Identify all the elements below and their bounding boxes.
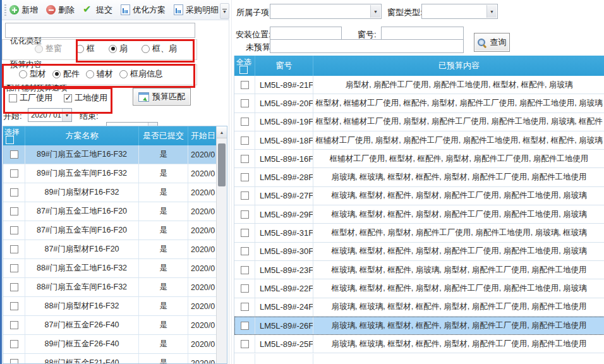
window-row-checkbox[interactable] (241, 191, 249, 200)
header-start-date[interactable]: 开始日期 (188, 126, 217, 145)
panel-splitter[interactable] (229, 0, 229, 364)
plan-row-checkbox[interactable] (10, 302, 18, 310)
header-plan-name[interactable]: 方案名称 (25, 126, 139, 145)
plan-row-checkbox[interactable] (10, 283, 18, 291)
window-row-checkbox[interactable] (241, 303, 249, 311)
plan-table-scrollbar[interactable]: ▲ (216, 126, 227, 363)
window-row[interactable]: LM5L-89#-31F29框型材, 框配件, 扇型材, 扇配件工厂使用, 扇配… (234, 224, 604, 242)
budget-content-radio[interactable] (86, 70, 94, 78)
opt-type-radio[interactable] (109, 45, 117, 53)
plan-row[interactable]: 88#门扇五金工地F16-F32是2020/0 (3, 259, 217, 278)
plan-row-checkbox[interactable] (10, 321, 18, 329)
sub-item-select[interactable]: ▼ (270, 4, 382, 19)
toolbar-grip[interactable] (4, 4, 6, 16)
plan-row-checkbox[interactable] (10, 150, 18, 159)
scrollbar-up-icon[interactable]: ▲ (217, 126, 227, 138)
plan-row[interactable]: 87#门框五金F26-F40是2020/0 (3, 316, 217, 335)
usage-option[interactable]: 工地使用 (64, 92, 107, 104)
plan-row-checkbox[interactable] (10, 207, 18, 215)
window-row[interactable]: LM5L-89#-23F21框玻璃, 框型材, 框配件, 扇玻璃, 扇型材, 扇… (234, 261, 604, 279)
window-row-checkbox[interactable] (241, 210, 249, 219)
window-row-checkbox[interactable] (241, 340, 249, 348)
window-row[interactable]: LM5L-89#-29F27框玻璃, 框型材, 框配件, 扇型材, 扇配件工厂使… (234, 205, 604, 224)
window-row-checkbox[interactable] (241, 322, 249, 330)
plan-row[interactable]: 89#门扇五金工地F16-F32是2020/0 (3, 145, 217, 164)
chevron-down-icon[interactable]: ▼ (486, 5, 497, 18)
plan-row-checkbox[interactable] (10, 188, 18, 197)
plan-row-checkbox[interactable] (10, 226, 18, 234)
budget-content-radio[interactable] (52, 70, 61, 78)
opt-type-radio[interactable] (142, 45, 150, 53)
toolbar-button-add[interactable]: 新增 (9, 4, 38, 16)
toolbar-overflow-button[interactable]: ▼ (220, 3, 229, 19)
window-row-checkbox[interactable] (241, 118, 249, 126)
plan-row[interactable]: 87#门扇型材F16-F20是2020/0 (3, 240, 217, 259)
opt-type-option[interactable]: 框 (76, 43, 95, 54)
window-row[interactable]: LM5L-89#-24F22扇玻璃, 框玻璃, 框型材, 框配件, 扇型材, 扇… (234, 298, 604, 317)
no-budget-input[interactable] (270, 39, 464, 53)
query-button[interactable]: 查询 (474, 33, 510, 52)
usage-checkbox[interactable] (64, 94, 72, 102)
opt-type-radio[interactable] (76, 45, 84, 53)
plan-row-checkbox[interactable] (10, 340, 18, 348)
win-no-input[interactable] (381, 27, 464, 40)
header-win-no[interactable]: 窗号 (255, 56, 313, 76)
toolbar-button-optimize-plan[interactable]: 优化方案 (121, 4, 166, 16)
header-budgeted-content[interactable]: 已预算内容 (313, 56, 604, 76)
window-row[interactable]: LM5L-89#-19F17框型材, 框辅材工厂使用, 扇型材, 扇配件工厂使用… (234, 113, 604, 131)
window-row-checkbox[interactable] (241, 247, 249, 255)
window-row[interactable]: LM5L-89#-20F18框型材, 框辅材工厂使用, 框配件, 扇型材, 扇配… (234, 94, 604, 112)
window-row[interactable]: LM5L-89#-26F24扇玻璃, 框玻璃, 框型材, 框配件, 扇型材, 扇… (234, 317, 604, 335)
budget-content-option[interactable]: 配件 (52, 68, 80, 80)
plan-row[interactable]: 88#门扇五金车间F16-F32是2020/0 (3, 278, 217, 297)
window-row-checkbox[interactable] (241, 284, 249, 293)
plan-row-checkbox[interactable] (10, 359, 18, 364)
budget-content-option[interactable]: 框扇信息 (119, 68, 163, 80)
select-all-windows-checkbox[interactable] (239, 66, 248, 74)
plan-row[interactable]: 87#门扇五金车间F16-F20是2020/0 (3, 221, 217, 240)
opt-type-option[interactable]: 扇 (109, 43, 128, 54)
window-row[interactable]: LM5L-89#-16F15框辅材工厂使用, 框型材, 框配件, 扇型材, 扇配… (234, 150, 604, 168)
window-row-checkbox[interactable] (241, 155, 249, 163)
select-all-plans-checkbox[interactable] (6, 136, 14, 144)
plan-row[interactable]: 89#门扇五金车间F16-F32是2020/0 (3, 164, 217, 183)
plan-row[interactable]: 87#门扇五金工地F16-F20是2020/0 (3, 202, 217, 221)
win-type-select[interactable]: ▼ (421, 4, 498, 19)
window-row[interactable]: LM5L-89#-21F19扇型材, 扇配件工厂使用, 扇配件工地使用, 框型材… (234, 76, 604, 94)
toolbar-button-delete[interactable]: 删除 (46, 4, 75, 16)
window-row[interactable]: LM5L-89#-30F28框玻璃, 框型材, 框配件, 扇型材, 扇配件工厂使… (234, 243, 604, 261)
plan-row[interactable]: 88#门框五金F21-F40是2020/0 (3, 354, 217, 364)
window-row-checkbox[interactable] (241, 136, 249, 145)
chevron-down-icon[interactable]: ▼ (62, 109, 71, 121)
plan-row[interactable]: 89#门扇型材F16-F32是2020/0 (3, 183, 217, 202)
window-row-checkbox[interactable] (241, 81, 249, 89)
budget-content-radio[interactable] (19, 70, 27, 78)
header-submitted[interactable]: 是否已提交 (139, 126, 188, 145)
plan-row[interactable]: 89#门框五金F26-F40是2020/0 (3, 335, 217, 354)
budget-content-option[interactable]: 型材 (19, 68, 46, 80)
window-row-checkbox[interactable] (241, 173, 249, 181)
toolbar-button-submit[interactable]: 提交 (83, 4, 112, 16)
window-row[interactable]: LM5L-89#-25F23扇玻璃, 框玻璃, 框型材, 框配件, 扇型材, 扇… (234, 335, 604, 353)
plan-row[interactable]: 88#门扇型材F16-F32是2020/0 (3, 297, 217, 316)
install-pos-input[interactable] (270, 27, 342, 40)
usage-checkbox[interactable] (9, 94, 17, 102)
opt-type-option[interactable]: 整窗 (35, 43, 62, 54)
budget-content-radio[interactable] (119, 70, 128, 78)
window-row[interactable]: LM5L-89#-28F26扇玻璃, 框玻璃, 框型材, 框配件, 扇型材, 扇… (234, 168, 604, 186)
scrollbar-thumb[interactable] (218, 143, 226, 186)
window-row-checkbox[interactable] (241, 266, 249, 274)
date-start-picker[interactable]: 2020 / 01 / 1 ▼ (28, 108, 72, 122)
budget-match-button[interactable]: 预算匹配 (133, 88, 191, 106)
plan-row-checkbox[interactable] (10, 264, 18, 272)
window-row-checkbox[interactable] (241, 229, 249, 237)
chevron-down-icon[interactable]: ▼ (370, 5, 380, 18)
opt-type-option[interactable]: 框、扇 (142, 43, 177, 54)
window-row[interactable]: LM5L-89#-22F20框玻璃, 框型材, 框配件, 扇型材, 扇配件工厂使… (234, 279, 604, 298)
usage-option[interactable]: 工厂使用 (9, 92, 52, 104)
budget-content-option[interactable]: 辅材 (86, 68, 113, 80)
window-row[interactable]: LM5L-89#-18F16框辅材工厂使用, 扇型材, 扇配件工厂使用, 扇配件… (234, 131, 604, 150)
window-row[interactable]: LM5L-89#-27F25框玻璃, 框型材, 框配件, 扇型材, 扇配件工厂使… (234, 187, 604, 205)
window-row-checkbox[interactable] (241, 99, 249, 107)
plan-row-checkbox[interactable] (10, 169, 18, 178)
